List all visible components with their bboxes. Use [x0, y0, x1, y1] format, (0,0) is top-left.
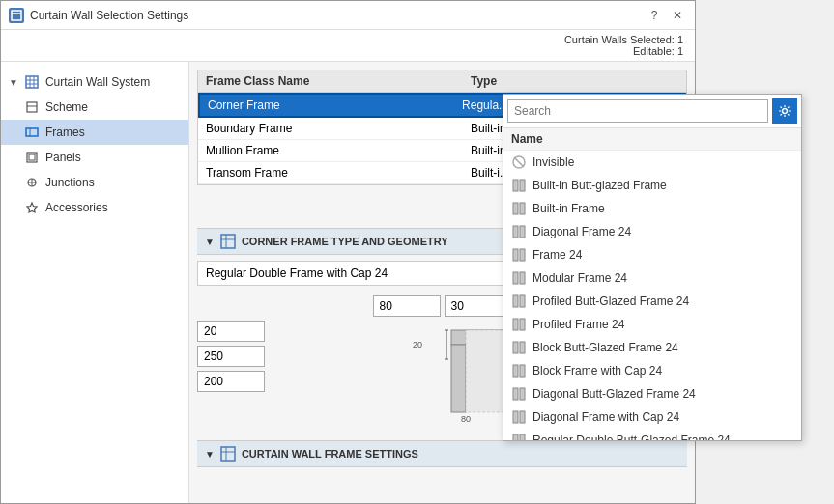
invisible-icon [511, 154, 527, 170]
boundary-name-cell: Boundary Frame [198, 118, 463, 139]
sidebar-item-junctions[interactable]: Junctions [1, 170, 188, 195]
corner-section-chevron: ▼ [205, 237, 215, 247]
selected-count: Curtain Walls Selected: 1 [564, 34, 683, 45]
dropdown-item-invisible-label: Invisible [532, 155, 574, 169]
svg-rect-35 [520, 180, 525, 191]
dropdown-item-diag-butt24[interactable]: Diagonal Butt-Glazed Frame 24 [503, 382, 801, 406]
svg-rect-37 [520, 203, 525, 214]
sidebar-scheme-label: Scheme [45, 100, 88, 114]
sidebar-frames-label: Frames [45, 126, 85, 139]
sidebar-item-frames[interactable]: Frames [1, 120, 188, 145]
dropdown-item-frame24[interactable]: Frame 24 [503, 243, 801, 266]
svg-rect-57 [520, 434, 525, 440]
dropdown-list: Invisible Built-in Butt-glazed Frame Bui… [503, 151, 801, 440]
title-bar: Curtain Wall Selection Settings ? ✕ [1, 1, 695, 30]
svg-rect-44 [513, 295, 518, 307]
dropdown-item-butt-glazed-label: Built-in Butt-glazed Frame [532, 179, 667, 192]
frame-icon-4 [511, 247, 527, 263]
frame-icon-1 [511, 178, 527, 193]
col-name-header: Frame Class Name [198, 70, 463, 92]
dropdown-item-block-cap24-label: Block Frame with Cap 24 [532, 364, 662, 378]
dropdown-item-profiled-butt24-label: Profiled Butt-Glazed Frame 24 [532, 294, 689, 308]
main-window: Curtain Wall Selection Settings ? ✕ Curt… [0, 0, 696, 504]
svg-rect-12 [29, 154, 35, 160]
dropdown-item-profiled-butt24[interactable]: Profiled Butt-Glazed Frame 24 [503, 290, 801, 313]
svg-rect-55 [520, 411, 525, 423]
dropdown-search-bar [503, 95, 801, 128]
sidebar-panels-label: Panels [45, 151, 81, 164]
dropdown-item-diag-cap24[interactable]: Diagonal Frame with Cap 24 [503, 406, 801, 429]
dropdown-item-block-butt24[interactable]: Block Butt-Glazed Frame 24 [503, 336, 801, 359]
svg-rect-16 [221, 235, 235, 248]
dropdown-item-butt-glazed[interactable]: Built-in Butt-glazed Frame [503, 174, 801, 197]
svg-rect-48 [513, 342, 518, 353]
sidebar-item-accessories[interactable]: Accessories [1, 195, 188, 220]
height-input[interactable] [197, 346, 265, 367]
corner-name-cell: Corner Frame [200, 95, 454, 116]
svg-text:80: 80 [461, 414, 471, 424]
corner-section-title: CORNER FRAME TYPE AND GEOMETRY [242, 236, 448, 247]
svg-rect-52 [513, 388, 518, 400]
dropdown-list-header: Name [503, 128, 801, 151]
search-input[interactable] [507, 99, 768, 123]
svg-rect-2 [26, 76, 38, 88]
width1-input[interactable] [373, 295, 441, 317]
window-controls: ? ✕ [645, 6, 687, 25]
dropdown-item-invisible[interactable]: Invisible [503, 151, 801, 174]
info-bar: Curtain Walls Selected: 1 Editable: 1 [1, 30, 695, 62]
sidebar-item-panels[interactable]: Panels [1, 145, 188, 170]
frame-icon-11 [511, 409, 527, 425]
junctions-icon [24, 175, 40, 190]
dropdown-item-block-cap24[interactable]: Block Frame with Cap 24 [503, 359, 801, 382]
dropdown-item-profiled24[interactable]: Profiled Frame 24 [503, 313, 801, 336]
svg-rect-0 [12, 11, 21, 20]
svg-rect-9 [26, 128, 38, 136]
svg-rect-42 [513, 272, 518, 284]
settings-chevron: ▼ [205, 449, 215, 460]
settings-section-header[interactable]: ▼ CURTAIN WALL FRAME SETTINGS [197, 440, 687, 467]
frame-icon-8 [511, 340, 527, 355]
depth-input[interactable] [197, 321, 265, 342]
svg-rect-56 [513, 434, 518, 440]
search-options-button[interactable] [772, 98, 797, 124]
dropdown-item-diag-cap24-label: Diagonal Frame with Cap 24 [532, 410, 679, 424]
corner-section-icon [220, 234, 236, 249]
transom-name-cell: Transom Frame [198, 162, 463, 183]
svg-rect-34 [513, 180, 518, 191]
settings-section-title: CURTAIN WALL FRAME SETTINGS [242, 448, 418, 460]
svg-rect-49 [520, 342, 525, 353]
sidebar-tree-root[interactable]: ▼ Curtain Wall System [1, 70, 188, 95]
cap-input[interactable] [197, 371, 265, 392]
frames-icon [24, 125, 40, 140]
svg-rect-45 [520, 295, 525, 307]
svg-rect-40 [513, 249, 518, 261]
dropdown-item-reg-dbl-butt24[interactable]: Regular Double Butt-Glazed Frame 24 [503, 429, 801, 440]
svg-text:20: 20 [413, 340, 422, 350]
dropdown-item-diagonal24[interactable]: Diagonal Frame 24 [503, 220, 801, 243]
frame-icon-2 [511, 201, 527, 216]
sidebar-junctions-label: Junctions [45, 176, 95, 189]
width2-input[interactable] [445, 295, 512, 317]
svg-rect-41 [520, 249, 525, 261]
svg-rect-38 [513, 226, 518, 238]
dropdown-item-block-butt24-label: Block Butt-Glazed Frame 24 [532, 341, 678, 354]
window-title: Curtain Wall Selection Settings [30, 9, 639, 22]
col-type-header: Type [463, 70, 686, 92]
help-button[interactable]: ? [645, 6, 664, 25]
dropdown-item-modular24[interactable]: Modular Frame 24 [503, 266, 801, 290]
frame-icon-12 [511, 433, 527, 440]
curtain-wall-icon [24, 74, 40, 90]
dropdown-item-builtin[interactable]: Built-in Frame [503, 197, 801, 220]
svg-rect-7 [27, 102, 37, 112]
dropdown-item-diagonal24-label: Diagonal Frame 24 [532, 225, 631, 238]
frame-icon-5 [511, 270, 527, 286]
svg-rect-46 [513, 319, 518, 330]
sidebar-item-scheme[interactable]: Scheme [1, 95, 188, 120]
search-gear-icon [778, 104, 791, 118]
close-button[interactable]: ✕ [668, 6, 687, 25]
svg-rect-20 [451, 345, 466, 412]
frame-table-header: Frame Class Name Type [198, 70, 686, 93]
tree-expand-icon: ▼ [9, 77, 18, 88]
frame-icon-6 [511, 294, 527, 309]
dropdown-item-modular24-label: Modular Frame 24 [532, 271, 627, 285]
